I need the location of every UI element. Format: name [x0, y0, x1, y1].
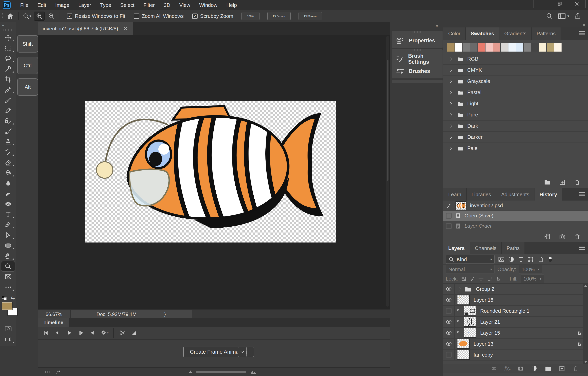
new-layer-icon[interactable] [559, 365, 565, 372]
slider-track[interactable] [196, 371, 246, 373]
document-info[interactable]: Doc: 5.93M/79.1M ⟩ [71, 310, 192, 318]
tab-layers[interactable]: Layers [443, 242, 470, 254]
brush-settings-panel-button[interactable]: Brush Settings [392, 53, 442, 65]
swatch-group-pale[interactable]: Pale [443, 143, 588, 154]
menu-layer[interactable]: Layer [74, 2, 96, 8]
menu-3d[interactable]: 3D [159, 2, 175, 8]
visibility-eye-hidden[interactable] [443, 306, 455, 316]
brushes-panel-button[interactable]: Brushes [392, 65, 442, 77]
type-tool[interactable] [0, 209, 16, 219]
lock-pixels-brush-icon[interactable] [470, 276, 475, 282]
history-step-layer-order[interactable]: Layer Order [443, 221, 588, 231]
search-icon[interactable] [546, 12, 553, 20]
add-layer-mask-icon[interactable] [517, 365, 524, 372]
lock-position-icon[interactable] [478, 276, 484, 282]
swatch[interactable] [516, 43, 523, 52]
swatch[interactable] [462, 43, 470, 52]
menu-type[interactable]: Type [96, 2, 116, 8]
scroll-down-arrow[interactable] [584, 361, 587, 363]
swap-colors-icon[interactable]: ⇆ [11, 295, 15, 301]
visibility-eye-hidden[interactable] [443, 350, 455, 360]
restore-button[interactable] [551, 0, 568, 8]
canvas-vertical-scrollbar[interactable] [386, 36, 389, 307]
swatch-group-cmyk[interactable]: CMYK [443, 65, 588, 76]
tab-adjustments[interactable]: Adjustments [496, 188, 535, 200]
properties-panel-button[interactable]: Properties [392, 34, 442, 47]
hand-tool[interactable] [0, 251, 16, 261]
menu-select[interactable]: Select [116, 2, 139, 8]
panel-menu-icon[interactable] [579, 246, 585, 250]
timeline-zoom-slider[interactable] [184, 368, 262, 376]
home-button[interactable] [5, 13, 16, 19]
lock-artboard-icon[interactable] [487, 276, 492, 282]
zoom-out-small-triangle[interactable] [189, 371, 192, 373]
layer-row-layer-15[interactable]: Layer 15 [443, 328, 588, 339]
visibility-eye-icon[interactable] [443, 284, 455, 294]
toolbar-expand-chevron[interactable]: » [0, 22, 16, 28]
filter-adjustment-layers-icon[interactable] [508, 256, 514, 262]
lock-transparency-icon[interactable] [461, 276, 466, 282]
layer-row-group-2[interactable]: Group 2 [443, 284, 588, 295]
new-snapshot-camera-icon[interactable] [559, 233, 566, 240]
create-animation-dropdown-chevron[interactable] [238, 347, 247, 357]
filter-pixel-layers-icon[interactable] [498, 256, 504, 262]
dock-collapse-chevron[interactable]: « [436, 23, 438, 29]
blend-mode-select[interactable]: Normal ▾ [446, 265, 495, 274]
swatch-group-pastel[interactable]: Pastel [443, 87, 588, 98]
layer-row-layer-18[interactable]: Layer 18 [443, 295, 588, 306]
new-swatch-group-icon[interactable] [544, 179, 551, 186]
tab-history[interactable]: History [535, 188, 562, 200]
menu-window[interactable]: Window [195, 2, 222, 8]
menu-view[interactable]: View [175, 2, 195, 8]
frame-tool[interactable] [0, 272, 16, 282]
layer-row-layer-21[interactable]: Layer 21 [443, 317, 588, 328]
menu-file[interactable]: File [16, 2, 33, 8]
tab-gradients[interactable]: Gradients [499, 27, 532, 40]
layer-style-fx-icon[interactable]: fx▾ [504, 365, 510, 372]
history-brush-source-icon[interactable] [446, 203, 452, 209]
menu-image[interactable]: Image [51, 2, 74, 8]
minimize-button[interactable] [534, 0, 551, 8]
zoom-tool-preset-icon[interactable]: ▾ [21, 13, 32, 19]
layer-thumbnail[interactable] [457, 295, 470, 305]
magic-wand-tool[interactable] [0, 64, 16, 74]
first-frame-button[interactable] [40, 328, 52, 338]
eraser-tool[interactable] [0, 157, 16, 167]
new-document-from-state-icon[interactable] [544, 233, 551, 240]
swatch-group-dark[interactable]: Dark [443, 121, 588, 132]
zoom-in-mode-button[interactable] [34, 11, 45, 21]
clone-stamp-tool[interactable] [0, 136, 16, 147]
transition-button[interactable] [128, 328, 140, 338]
swatch[interactable] [455, 43, 462, 52]
quick-mask-button[interactable] [0, 324, 16, 334]
mixer-brush-tool[interactable] [0, 126, 16, 136]
timeline-settings-gear-icon[interactable]: ▾ [99, 328, 111, 338]
fit-screen-button[interactable]: Fit Screen [267, 12, 291, 21]
tab-paths[interactable]: Paths [502, 242, 525, 254]
new-group-folder-icon[interactable] [545, 365, 552, 372]
tab-color[interactable]: Color [443, 27, 466, 40]
split-clip-scissors-icon[interactable] [116, 328, 128, 338]
foreground-color-chip[interactable] [2, 302, 12, 310]
swatch[interactable] [501, 43, 508, 52]
filter-toggle-switch[interactable] [547, 256, 554, 262]
layer-row-layer-13[interactable]: Layer 13 [443, 339, 588, 350]
zoom-level-field[interactable]: 66.67% [38, 310, 71, 318]
screen-mode-button[interactable] [0, 334, 16, 345]
paint-bucket-tool[interactable] [0, 167, 16, 178]
swatch-group-grayscale[interactable]: Grayscale [443, 76, 588, 87]
zoom-all-windows-checkbox[interactable]: Zoom All Windows [134, 13, 184, 19]
toolbar-grip[interactable] [3, 29, 12, 31]
history-source-checkbox[interactable] [446, 223, 452, 229]
close-button[interactable] [568, 0, 586, 8]
visibility-eye-icon[interactable] [443, 295, 455, 305]
shift-key-button[interactable]: Shift [17, 35, 38, 52]
scroll-up-arrow[interactable] [584, 285, 587, 287]
brush-tool[interactable] [0, 95, 16, 105]
zoom-out-mode-button[interactable] [46, 13, 57, 19]
swatch-group-rgb[interactable]: RGB [443, 53, 588, 65]
pen-tool[interactable] [0, 219, 16, 230]
play-button[interactable] [63, 328, 75, 338]
swatch[interactable] [508, 43, 516, 52]
history-snapshot-row[interactable]: invention2.psd [443, 200, 588, 211]
